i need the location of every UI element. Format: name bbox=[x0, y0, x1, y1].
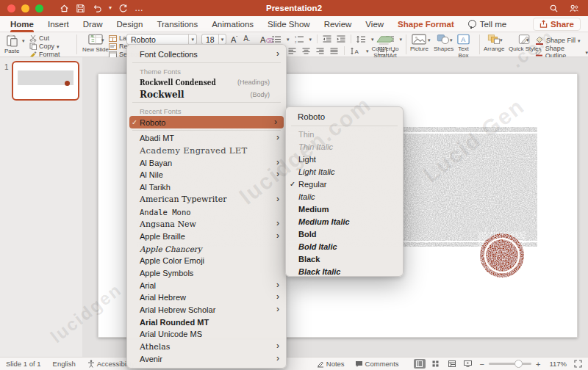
align-right-button[interactable] bbox=[316, 48, 324, 54]
weight-menu-item-black[interactable]: Black bbox=[286, 253, 403, 265]
quick-styles-dropdown-icon[interactable]: ▾ bbox=[526, 37, 529, 43]
zoom-level[interactable]: 117% bbox=[549, 360, 567, 368]
home-icon[interactable] bbox=[60, 4, 69, 13]
shape-outline-dropdown-icon[interactable]: ▾ bbox=[585, 50, 588, 55]
copy-button[interactable]: Copy ▾ bbox=[29, 43, 60, 50]
weight-menu-item-light[interactable]: Light bbox=[286, 153, 403, 165]
language-indicator[interactable]: English bbox=[53, 360, 76, 368]
align-left-button[interactable] bbox=[288, 48, 296, 54]
tab-design[interactable]: Design bbox=[117, 16, 143, 32]
font-menu-item-apple-symbols[interactable]: Apple Symbols bbox=[127, 267, 286, 280]
shape-fill-dropdown-icon[interactable]: ▾ bbox=[578, 38, 581, 43]
slideshow-button[interactable] bbox=[462, 359, 474, 369]
font-menu-item-arial-unicode-ms[interactable]: Arial Unicode MS bbox=[127, 328, 286, 341]
close-window-button[interactable] bbox=[7, 4, 15, 12]
arrange-dropdown-icon[interactable]: ▾ bbox=[500, 37, 503, 43]
tab-animations[interactable]: Animations bbox=[212, 16, 254, 32]
paste-dropdown-icon[interactable]: ▾ bbox=[22, 38, 25, 43]
font-size-combobox[interactable]: 18 ▾ bbox=[201, 34, 226, 45]
font-menu-item-al-nile[interactable]: Al Nile› bbox=[127, 169, 286, 181]
shapes-dropdown-icon[interactable]: ▾ bbox=[450, 37, 453, 43]
shape-outline-button[interactable]: Shape Outline ▾ bbox=[535, 48, 588, 57]
arrange-button[interactable]: Arrange bbox=[484, 34, 504, 52]
font-menu-item-arial-rounded-mt[interactable]: Arial Rounded MT bbox=[127, 316, 286, 328]
tab-insert[interactable]: Insert bbox=[48, 16, 69, 32]
increase-indent-button[interactable] bbox=[337, 35, 345, 43]
tab-shape-format[interactable]: Shape Format bbox=[398, 16, 454, 32]
weight-menu-item-thin[interactable]: Thin bbox=[286, 128, 403, 140]
font-menu-item-apple-chancery[interactable]: Apple Chancery bbox=[127, 242, 286, 255]
font-menu-item-rockwell[interactable]: Rockwell(Body) bbox=[127, 89, 286, 101]
font-menu-item-angsana-new[interactable]: Angsana New› bbox=[127, 218, 286, 231]
paste-button[interactable]: Paste bbox=[4, 34, 19, 54]
font-menu-item-american-typewriter[interactable]: American Typewriter› bbox=[127, 194, 286, 206]
weight-menu-item-italic[interactable]: Italic bbox=[286, 190, 403, 203]
bullets-dropdown-icon[interactable]: ▾ bbox=[287, 37, 290, 42]
new-slide-button[interactable]: New Slide bbox=[82, 34, 109, 53]
text-box-button[interactable]: A TextBox bbox=[457, 34, 470, 59]
zoom-out-button[interactable]: − bbox=[480, 360, 484, 369]
undo-dropdown-icon[interactable]: ▾ bbox=[109, 5, 112, 11]
picture-dropdown-icon[interactable]: ▾ bbox=[428, 37, 431, 43]
notes-button[interactable]: Notes bbox=[317, 360, 345, 368]
weight-menu-item-thin-italic[interactable]: Thin Italic bbox=[286, 140, 403, 153]
clear-formatting-button[interactable]: A⌫ bbox=[260, 35, 273, 44]
font-menu-item-roboto[interactable]: ✓Roboto› bbox=[129, 116, 284, 128]
font-menu-item-abadi-mt[interactable]: Abadi MT› bbox=[127, 132, 286, 145]
font-menu-item-al-bayan[interactable]: Al Bayan› bbox=[127, 156, 286, 169]
line-spacing-button[interactable] bbox=[356, 35, 366, 43]
tab-slide-show[interactable]: Slide Show bbox=[268, 16, 310, 32]
comments-button[interactable]: Comments bbox=[355, 360, 399, 368]
presence-icon[interactable] bbox=[569, 4, 579, 13]
font-menu-item-athelas[interactable]: Athelas› bbox=[127, 341, 286, 353]
weight-menu-item-medium[interactable]: Medium bbox=[286, 203, 403, 215]
font-menu-item-arial[interactable]: Arial› bbox=[127, 279, 286, 291]
weight-menu-item-medium-italic[interactable]: Medium Italic bbox=[286, 215, 403, 228]
font-menu-item-font-collections[interactable]: Font Collections› bbox=[127, 47, 286, 61]
font-size-dropdown-icon[interactable]: ▾ bbox=[218, 35, 226, 44]
font-menu-item-avenir[interactable]: Avenir› bbox=[127, 352, 286, 365]
undo-icon[interactable] bbox=[92, 4, 102, 13]
zoom-in-button[interactable]: + bbox=[536, 360, 540, 369]
bullets-button[interactable] bbox=[272, 35, 282, 43]
minimize-window-button[interactable] bbox=[21, 4, 29, 12]
numbering-dropdown-icon[interactable]: ▾ bbox=[309, 37, 312, 42]
zoom-window-button[interactable] bbox=[35, 4, 43, 12]
increase-font-size-button[interactable]: Aˆ bbox=[231, 35, 237, 44]
slide-thumbnail[interactable] bbox=[12, 61, 79, 101]
new-slide-dropdown-icon[interactable]: ▾ bbox=[101, 37, 104, 43]
search-icon[interactable] bbox=[549, 4, 559, 13]
decrease-indent-button[interactable] bbox=[323, 35, 331, 43]
align-center-button[interactable] bbox=[302, 48, 310, 54]
shapes-button[interactable]: Shapes bbox=[434, 34, 453, 52]
weight-menu-item-regular[interactable]: ✓Regular bbox=[286, 178, 403, 190]
tab-review[interactable]: Review bbox=[324, 16, 352, 32]
font-name-combobox[interactable]: Roboto ▾ bbox=[126, 34, 197, 45]
slide-sorter-view-button[interactable] bbox=[430, 359, 442, 369]
font-menu-item-apple-braille[interactable]: Apple Braille› bbox=[127, 231, 286, 243]
reading-view-button[interactable] bbox=[446, 359, 458, 369]
font-menu-item-arial-hebrew[interactable]: Arial Hebrew› bbox=[127, 291, 286, 304]
weight-menu-item-bold-italic[interactable]: Bold Italic bbox=[286, 240, 403, 253]
weight-menu-item-black-italic[interactable]: Black Italic bbox=[286, 265, 403, 278]
tab-tell-me[interactable]: Tell me bbox=[468, 16, 506, 32]
fit-slide-button[interactable] bbox=[574, 360, 582, 368]
font-name-dropdown-icon[interactable]: ▾ bbox=[188, 35, 196, 44]
font-menu-item-academy-engraved-let[interactable]: Academy Engraved LET bbox=[127, 145, 286, 157]
weight-menu-item-light-italic[interactable]: Light Italic bbox=[286, 165, 403, 178]
weight-menu-item-bold[interactable]: Bold bbox=[286, 228, 403, 240]
tab-view[interactable]: View bbox=[365, 16, 384, 32]
font-menu-item-al-tarikh[interactable]: Al Tarikh bbox=[127, 181, 286, 194]
font-menu-item-rockwell-condensed[interactable]: Rockwell Condensed(Headings) bbox=[127, 76, 286, 89]
shape-fill-button[interactable]: Shape Fill ▾ bbox=[535, 36, 588, 45]
font-menu-item-andale-mono[interactable]: Andale Mono bbox=[127, 206, 286, 218]
tab-draw[interactable]: Draw bbox=[83, 16, 103, 32]
save-icon[interactable] bbox=[76, 4, 85, 13]
redo-icon[interactable] bbox=[118, 4, 128, 13]
convert-smartart-button[interactable]: Convert toSmartArt bbox=[368, 34, 403, 59]
copy-dropdown-icon[interactable]: ▾ bbox=[57, 44, 60, 49]
zoom-slider-thumb[interactable] bbox=[514, 360, 523, 368]
font-menu-item-apple-color-emoji[interactable]: Apple Color Emoji bbox=[127, 255, 286, 267]
menu-scroll-down[interactable]: › bbox=[127, 365, 286, 369]
text-direction-button[interactable]: A bbox=[351, 47, 360, 55]
